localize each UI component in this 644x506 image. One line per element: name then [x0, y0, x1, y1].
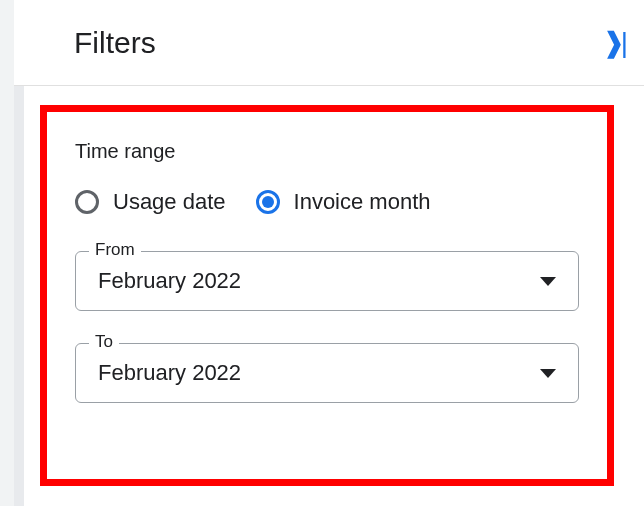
- radio-icon: [75, 190, 99, 214]
- radio-icon: [256, 190, 280, 214]
- usage-date-label: Usage date: [113, 189, 226, 215]
- from-date-field: From February 2022: [75, 251, 579, 311]
- collapse-panel-icon[interactable]: ❱|: [602, 26, 624, 59]
- to-date-select[interactable]: February 2022: [75, 343, 579, 403]
- chevron-down-icon: [540, 277, 556, 286]
- invoice-month-label: Invoice month: [294, 189, 431, 215]
- to-date-value: February 2022: [98, 360, 241, 386]
- chevron-down-icon: [540, 369, 556, 378]
- time-range-title: Time range: [75, 140, 579, 163]
- usage-date-radio[interactable]: Usage date: [75, 189, 226, 215]
- invoice-month-radio[interactable]: Invoice month: [256, 189, 431, 215]
- from-date-select[interactable]: February 2022: [75, 251, 579, 311]
- to-label: To: [89, 332, 119, 352]
- filters-title: Filters: [74, 26, 156, 60]
- from-label: From: [89, 240, 141, 260]
- filters-header: Filters ❱|: [14, 0, 644, 86]
- time-range-radio-group: Usage date Invoice month: [75, 189, 579, 215]
- time-range-section: Time range Usage date Invoice month From…: [40, 105, 614, 486]
- from-date-value: February 2022: [98, 268, 241, 294]
- to-date-field: To February 2022: [75, 343, 579, 403]
